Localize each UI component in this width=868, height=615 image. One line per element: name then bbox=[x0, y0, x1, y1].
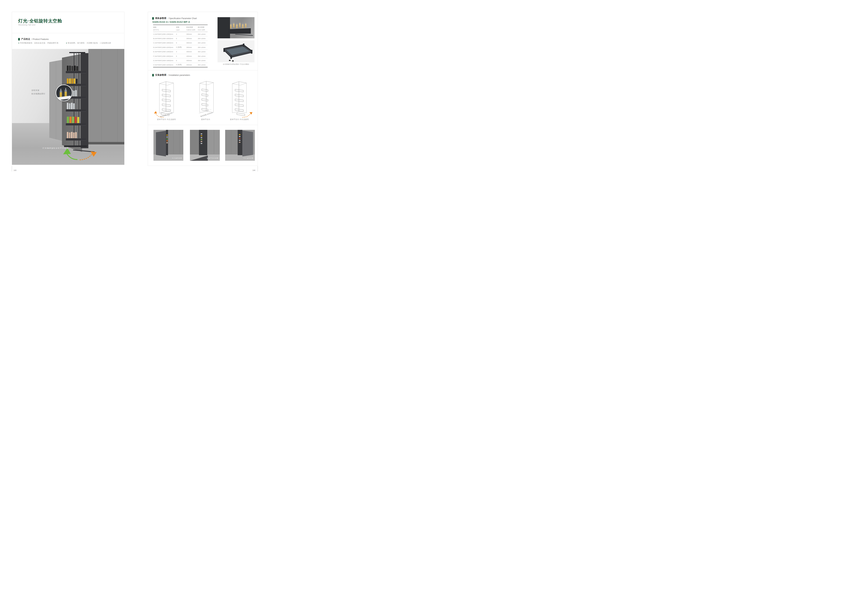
spec-section-heading: 规格参数图 / Specification Parameter Chart bbox=[152, 17, 197, 20]
cabinet-toe-kick bbox=[88, 142, 124, 144]
bottle-icon bbox=[60, 90, 62, 98]
effect-caption: 篮体平拉出效果 bbox=[207, 157, 219, 159]
table-row: D:244*505*(1950-2200)mm6 (加高)300mm264 ±2… bbox=[153, 45, 208, 50]
pagenum-rule bbox=[12, 166, 12, 172]
install-section-heading: 安装参数图 / Installation parameters bbox=[152, 73, 190, 76]
basket-tray bbox=[66, 138, 86, 140]
orange-arrow-icon bbox=[80, 153, 93, 160]
green-square-icon bbox=[18, 38, 20, 41]
green-square-icon bbox=[152, 74, 154, 76]
divider bbox=[148, 70, 258, 70]
shelf-items bbox=[67, 66, 78, 71]
divider bbox=[12, 33, 124, 33]
spec-photo-caption: 全内部棒卯结构玻璃篮·不见任何螺丝 bbox=[217, 63, 254, 66]
install-diagram-rotate-left: 柜内深度 ≥520mm bbox=[153, 79, 180, 119]
table-row: C:244*505*(1650-1950)mm6300mm264 ±2mm bbox=[153, 41, 208, 45]
green-square-icon bbox=[152, 17, 154, 20]
pagenum-rule bbox=[258, 166, 258, 172]
effect-caption: 向右旋转效果 bbox=[244, 157, 253, 159]
pullout-top-bracket bbox=[69, 52, 85, 53]
pullout-rail bbox=[79, 52, 79, 146]
catalog-spread: 灯光·全铝旋转太空舱 Revolving Tall Unit 产品特点 / Pr… bbox=[0, 0, 269, 175]
callout-label: 全铝支架 前后氛围硅胶灯 bbox=[31, 89, 45, 95]
shelf-items bbox=[67, 78, 78, 84]
cabinet-interior bbox=[81, 53, 88, 148]
bullet-dot-icon bbox=[19, 43, 19, 44]
feature-bullet-text: 内含8轴承旋转、全铝合金支架、内嵌硅胶灯条 bbox=[20, 42, 58, 44]
cabinet-right bbox=[88, 49, 124, 144]
install-diagram-pullout: 柜内深度 ≥520mm bbox=[193, 79, 219, 119]
install-diagram-rotate-right bbox=[226, 79, 253, 119]
callout-shelf bbox=[57, 96, 71, 100]
page-title: 灯光·全铝旋转太空舱 bbox=[18, 18, 62, 24]
basket-tray bbox=[66, 109, 86, 112]
right-page-panel: 规格参数图 / Specification Parameter Chart GS… bbox=[148, 12, 258, 166]
feature-bullet: 联动结构、省力静音、大容量大收纳、二边氛围光源 bbox=[66, 42, 111, 44]
spec-heading-zh: 规格参数图 bbox=[155, 17, 167, 20]
diagram-caption: 篮体平拉出 bbox=[191, 118, 220, 121]
bullet-dot-icon bbox=[66, 43, 67, 44]
diagram-caption: 篮体平拉出 向左边旋转 bbox=[152, 118, 181, 121]
feature-bullet: 内含8轴承旋转、全铝合金支架、内嵌硅胶灯条 bbox=[19, 42, 58, 44]
pullout-base bbox=[64, 145, 87, 147]
spec-heading-en: / Specification Parameter Chart bbox=[168, 17, 197, 20]
table-row: F:344*505*(1350-1650)mm5400mm364 ±2mm bbox=[153, 54, 208, 58]
spec-table-header: 规格(W*D*H) 层数Layer 柜体宽度Cabinet width 柜内宽度… bbox=[153, 25, 208, 32]
basket-tray bbox=[66, 123, 86, 125]
shelf-items bbox=[67, 132, 77, 138]
page-subtitle: Revolving Tall Unit bbox=[19, 24, 36, 26]
table-row: E:344*505*(1050-1350)mm4400mm364 ±2mm bbox=[153, 50, 208, 54]
features-section-heading: 产品特点 / Product Features bbox=[18, 37, 49, 41]
features-heading-en: / Product Features bbox=[31, 38, 49, 41]
left-page-panel: 灯光·全铝旋转太空舱 Revolving Tall Unit 产品特点 / Pr… bbox=[12, 12, 125, 165]
install-heading-zh: 安装参数图 bbox=[155, 73, 167, 76]
callout-circle bbox=[56, 84, 72, 101]
install-heading-en: / Installation parameters bbox=[168, 74, 190, 76]
features-heading-zh: 产品特点 bbox=[21, 37, 30, 41]
table-row: H:344*505*(1950-2200)mm6 (加高)400mm364 ±2… bbox=[153, 63, 208, 67]
effect-photo-rotate-right: 向右旋转效果 bbox=[225, 130, 255, 161]
diagram-caption: 篮体平拉出 向右边旋转 bbox=[225, 118, 254, 121]
orange-arc-right-icon bbox=[242, 113, 251, 117]
model-code: GS05-01XZ·A / GS05-01XZ-WP·A bbox=[152, 21, 190, 23]
rotation-arrows bbox=[61, 149, 99, 162]
green-arrow-icon bbox=[66, 153, 77, 159]
hero-product-photo: 全铝支架 前后氛围硅胶灯 灯光轴承旋转全铝平开拉篮 bbox=[12, 49, 124, 165]
feature-bullet-text: 联动结构、省力静音、大容量大收纳、二边氛围光源 bbox=[68, 42, 111, 44]
effect-caption: 向左旋转效果 bbox=[172, 157, 182, 159]
feature-bullets: 内含8轴承旋转、全铝合金支架、内嵌硅胶灯条 联动结构、省力静音、大容量大收纳、二… bbox=[19, 42, 111, 44]
zoom-callout bbox=[45, 84, 72, 104]
bottle-icon bbox=[65, 90, 67, 97]
table-row: G:344*505*(1650-1950)mm6400mm364 ±2mm bbox=[153, 58, 208, 62]
depth-note: 柜内深度 ≥520mm bbox=[200, 112, 213, 117]
spec-table: 规格(W*D*H) 层数Layer 柜体宽度Cabinet width 柜内宽度… bbox=[153, 25, 208, 67]
spec-photo-basket-scene bbox=[217, 17, 254, 38]
page-number-right: 144 bbox=[253, 169, 255, 171]
effect-photo-pullout: 篮体平拉出效果 bbox=[190, 130, 220, 161]
table-row: A:244*505*(1050-1350)mm4300mm264 ±2mm bbox=[153, 32, 208, 36]
shelf-items bbox=[67, 117, 79, 123]
effect-photo-rotate-left: 向左旋转效果 bbox=[153, 130, 183, 161]
table-row: B:244*505*(1350-1650)mm5300mm264 ±2mm bbox=[153, 36, 208, 41]
basket-tray bbox=[66, 71, 86, 73]
page-number-left: 143 bbox=[14, 169, 17, 171]
spec-photo-glass-basket bbox=[217, 41, 254, 62]
